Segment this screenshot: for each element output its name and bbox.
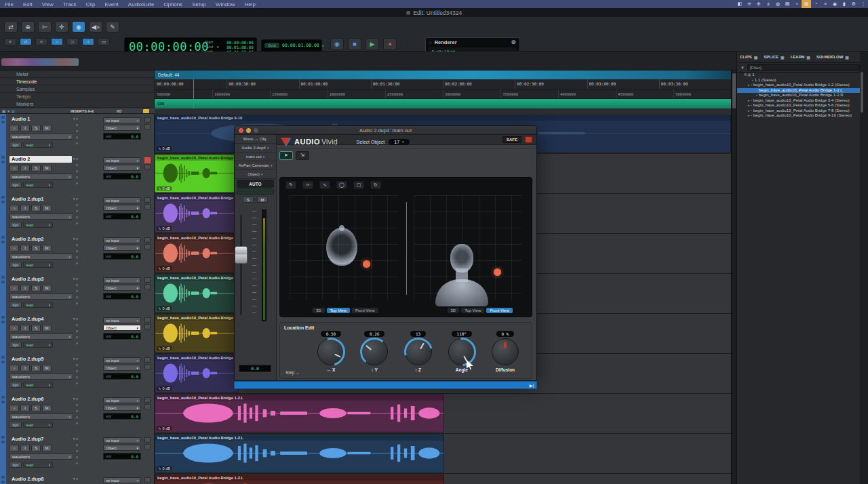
track-mini-buttons[interactable]: [144, 197, 151, 211]
audio-clip[interactable]: begin_have_audio10_Petal Audio Bridge 1-…: [155, 155, 239, 193]
counter-dropdown-icon[interactable]: ▾: [216, 44, 220, 50]
mute-button[interactable]: M: [42, 285, 52, 291]
grid-nudge-dropdown-icon[interactable]: ▾: [322, 43, 324, 48]
auto-button[interactable]: AUTO: [237, 180, 274, 188]
track-name-dropdown-icon[interactable]: ▾: [73, 237, 75, 241]
start-value[interactable]: 00:00:00:00: [226, 40, 254, 45]
volume-readout[interactable]: vol0.0: [103, 133, 141, 140]
output-selector[interactable]: Object▾: [103, 165, 141, 171]
audio-clip[interactable]: begin_have_audio10_Petal Audio Bridge 1-…: [155, 315, 239, 352]
knob-value[interactable]: 0.26: [364, 331, 384, 337]
track-view-selector[interactable]: waveform▾: [9, 214, 73, 220]
sidebar-tab[interactable]: LEARN ▣: [791, 55, 810, 60]
output-selector[interactable]: Object▾: [103, 205, 141, 211]
dyn-button[interactable]: dyn: [9, 342, 22, 348]
status-icon[interactable]: ◔: [811, 0, 821, 8]
insert-slots[interactable]: [76, 118, 79, 148]
knob-value[interactable]: 13: [410, 331, 426, 337]
track-list-dropdown-icon[interactable]: ▾: [7, 109, 9, 113]
link-icon[interactable]: ◍: [12, 109, 15, 113]
spatial-visualizer[interactable]: ✎✑∿◯▢↻ 3DTop ViewFront View 3DT: [279, 177, 532, 317]
edit-tool-button[interactable]: ◉: [72, 21, 85, 33]
track-name-dropdown-icon[interactable]: ▾: [73, 197, 75, 201]
status-icon[interactable]: ≡: [821, 0, 830, 8]
input-selector[interactable]: no input▾: [103, 477, 141, 483]
insert-slots[interactable]: [76, 478, 79, 484]
input-monitor-button[interactable]: I: [20, 365, 30, 371]
mute-button[interactable]: M: [42, 445, 52, 451]
zoom-window-icon[interactable]: [254, 128, 258, 133]
visualizer-tool-icon[interactable]: ↻: [370, 181, 381, 189]
edit-mode-button[interactable]: «: [4, 38, 16, 45]
playhead[interactable]: [193, 79, 194, 108]
filter-input[interactable]: [Filter]: [747, 64, 860, 70]
solo-button[interactable]: S: [31, 405, 41, 411]
selection-bar[interactable]: ▶|: [234, 381, 537, 389]
clip-list-item[interactable]: ⊞ ▦ 1: [737, 73, 864, 78]
input-monitor-button[interactable]: I: [20, 445, 30, 451]
insert-slots[interactable]: [76, 358, 79, 388]
universe-overview[interactable]: [1, 58, 79, 66]
track-mini-buttons[interactable]: [144, 277, 151, 291]
clip-gain-badge[interactable]: ∿ 0 dB: [157, 226, 172, 230]
menu-item[interactable]: Setup: [187, 1, 211, 7]
record-arm-button[interactable]: ●: [9, 445, 19, 451]
edit-mode-button[interactable]: ≡: [82, 38, 94, 45]
clip-gain-badge[interactable]: ∿ 0 dB: [157, 346, 172, 350]
input-selector[interactable]: no input▾: [103, 397, 141, 403]
track-lane[interactable]: begin_have_audio10_Petal Audio Bridge 1-…: [155, 394, 731, 434]
automation-mode-selector[interactable]: read▾: [23, 302, 53, 308]
grid-nudge-value[interactable]: 00:00:01:00.00: [282, 43, 319, 48]
input-selector[interactable]: no input▾: [103, 197, 141, 203]
solo-button[interactable]: S: [31, 325, 41, 331]
track-list-menu-icon[interactable]: ▦: [2, 109, 5, 113]
close-icon[interactable]: [239, 128, 243, 133]
volume-readout[interactable]: vol0.0: [103, 213, 141, 220]
input-monitor-button[interactable]: I: [20, 325, 30, 331]
filter-funnel-icon[interactable]: ▼: [741, 66, 745, 70]
plugin-sidebar-selector[interactable]: AirPan Cartesian▾: [235, 161, 276, 170]
record-arm-button[interactable]: ●: [9, 285, 19, 291]
view-mode-button[interactable]: Top View: [327, 308, 350, 313]
automation-mode-selector[interactable]: read▾: [23, 422, 53, 428]
status-icon[interactable]: ▤: [783, 0, 792, 8]
menu-item[interactable]: File: [0, 1, 18, 7]
track-name-dropdown-icon[interactable]: ▾: [73, 317, 75, 321]
clip-list-item[interactable]: ▸ ▪ begin_have_audio10_Petal Audio Bridg…: [737, 83, 864, 88]
menu-item[interactable]: Event: [100, 1, 123, 7]
knob[interactable]: [405, 338, 432, 365]
track-color-strip[interactable]: [0, 234, 6, 274]
insert-slots[interactable]: [76, 238, 79, 268]
view-mode-button[interactable]: Top View: [461, 308, 484, 313]
output-selector[interactable]: Object▾: [103, 125, 141, 131]
knob[interactable]: [361, 338, 388, 365]
clip-list-item[interactable]: ▸ ▪ begin_have_audio10_Petal Audio Bridg…: [737, 108, 864, 114]
track-color-strip[interactable]: [0, 154, 6, 194]
solo-button[interactable]: S: [31, 165, 41, 172]
status-icon[interactable]: ⊕: [754, 0, 764, 8]
status-icon[interactable]: ▮: [840, 0, 849, 8]
menu-item[interactable]: Clip: [81, 1, 100, 7]
input-monitor-button[interactable]: I: [20, 205, 30, 211]
input-selector[interactable]: no input▾: [103, 117, 141, 123]
front-view-panel[interactable]: [414, 195, 522, 300]
mute-button[interactable]: M: [42, 325, 52, 331]
transport-button[interactable]: ●: [383, 38, 397, 50]
compare-strip[interactable]: [237, 188, 274, 195]
audio-clip[interactable]: begin_have_audio10_Petal Audio Bridge 1-…: [155, 195, 239, 233]
dyn-button[interactable]: dyn: [9, 382, 22, 388]
dyn-button[interactable]: dyn: [9, 262, 22, 268]
track-name[interactable]: Audio 2.dup2: [9, 236, 72, 243]
clip-list-item[interactable]: ▪ begin_have_audio10_Petal Audio Bridge …: [737, 93, 864, 98]
solo-button[interactable]: S: [31, 365, 41, 371]
output-selector[interactable]: Object▾: [103, 445, 141, 451]
audio-clip[interactable]: begin_have_audio10_Petal Audio Bridge 1-…: [155, 235, 239, 273]
menu-item[interactable]: AudioSuite: [123, 1, 159, 7]
visualizer-tool-icon[interactable]: ✑: [302, 181, 313, 189]
solo-button[interactable]: S: [31, 285, 41, 291]
volume-readout[interactable]: vol0.0: [103, 333, 141, 340]
ruler-lane-name[interactable]: Samples: [0, 85, 154, 93]
clip-gain-badge[interactable]: ∿ 0 dB: [157, 266, 172, 270]
ruler-lane-name[interactable]: Meter: [0, 70, 154, 78]
tracks-scrollbar[interactable]: [731, 70, 736, 484]
